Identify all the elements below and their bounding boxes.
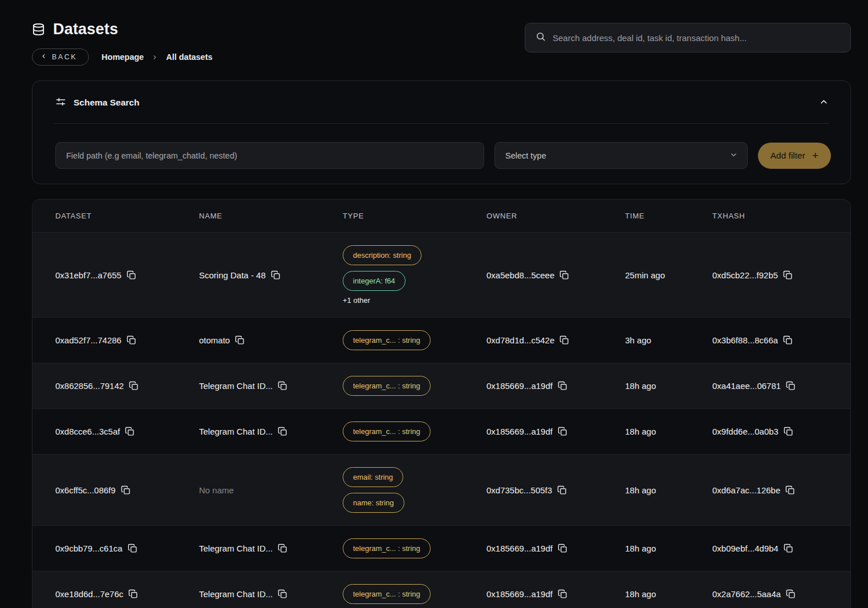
- table-row[interactable]: 0xd8cce6...3c5af Telegram Chat ID... tel…: [33, 408, 850, 454]
- copy-icon: [784, 544, 793, 553]
- table-row[interactable]: 0x862856...79142 Telegram Chat ID... tel…: [33, 363, 850, 408]
- txhash-copy-button[interactable]: [786, 381, 796, 391]
- datasets-table: DATASET NAME TYPE OWNER TIME TXHASH 0x31…: [32, 199, 851, 608]
- name-copy-button[interactable]: [271, 270, 281, 280]
- table-row[interactable]: 0x6cff5c...086f9 No name email: stringna…: [33, 454, 850, 525]
- owner-copy-button[interactable]: [558, 427, 567, 436]
- copy-icon: [278, 381, 287, 391]
- dataset-address: 0x6cff5c...086f9: [55, 485, 116, 495]
- add-filter-button[interactable]: Add filter +: [758, 143, 831, 169]
- type-badge: email: string: [343, 467, 403, 487]
- txhash-value: 0x9fdd6e...0a0b3: [712, 427, 778, 436]
- search-icon: [536, 31, 546, 44]
- dataset-address: 0xd8cce6...3c5af: [55, 427, 120, 436]
- owner-copy-button[interactable]: [557, 485, 567, 495]
- column-header-owner: OWNER: [486, 200, 625, 232]
- copy-icon: [129, 381, 139, 391]
- dataset-address: 0x9cbb79...c61ca: [55, 544, 123, 553]
- table-row[interactable]: 0xad52f7...74286 otomato telegram_c... :…: [33, 317, 850, 363]
- page-header: Datasets BACK Homepage All datasets: [32, 0, 851, 66]
- type-select[interactable]: Select type: [494, 142, 748, 169]
- copy-icon: [125, 427, 135, 436]
- txhash-copy-button[interactable]: [783, 335, 793, 345]
- type-select-value: Select type: [505, 151, 546, 160]
- dataset-copy-button[interactable]: [125, 427, 135, 436]
- type-badge: integerA: f64: [343, 271, 405, 291]
- owner-copy-button[interactable]: [558, 544, 567, 553]
- type-badge: name: string: [343, 493, 404, 513]
- txhash-value: 0x3b6f88...8c66a: [712, 335, 778, 345]
- page-title: Datasets: [53, 21, 118, 38]
- owner-copy-button[interactable]: [559, 270, 569, 280]
- back-label: BACK: [52, 53, 77, 61]
- dataset-copy-button[interactable]: [127, 335, 136, 345]
- back-button[interactable]: BACK: [32, 48, 89, 66]
- plus-icon: +: [812, 150, 818, 161]
- column-header-name: NAME: [199, 200, 343, 232]
- breadcrumb-item-all-datasets[interactable]: All datasets: [166, 52, 212, 62]
- txhash-copy-button[interactable]: [784, 544, 793, 553]
- owner-copy-button[interactable]: [558, 589, 567, 599]
- copy-icon: [271, 270, 281, 280]
- breadcrumb-chevron-icon: [152, 54, 158, 60]
- dataset-copy-button[interactable]: [128, 544, 137, 553]
- time-value: 18h ago: [625, 544, 656, 553]
- name-copy-button[interactable]: [278, 381, 287, 391]
- dataset-copy-button[interactable]: [127, 270, 136, 280]
- copy-icon: [278, 544, 287, 553]
- owner-address: 0xd78d1d...c542e: [486, 335, 554, 345]
- txhash-copy-button[interactable]: [785, 485, 795, 495]
- table-row[interactable]: 0x31ebf7...a7655 Scoring Data - 48 descr…: [33, 232, 850, 317]
- dataset-address: 0x31ebf7...a7655: [55, 270, 121, 280]
- copy-icon: [558, 427, 567, 436]
- dataset-name: No name: [199, 485, 234, 495]
- name-copy-button[interactable]: [278, 589, 287, 599]
- search-input[interactable]: [553, 33, 840, 43]
- copy-icon: [785, 485, 795, 495]
- copy-icon: [128, 544, 137, 553]
- table-row[interactable]: 0x9cbb79...c61ca Telegram Chat ID... tel…: [33, 525, 850, 571]
- schema-search-title: Schema Search: [74, 98, 139, 108]
- column-header-type: TYPE: [343, 200, 486, 232]
- name-copy-button[interactable]: [278, 544, 287, 553]
- global-search[interactable]: [525, 23, 851, 52]
- txhash-value: 0xa41aee...06781: [712, 381, 781, 391]
- copy-icon: [128, 589, 138, 599]
- owner-address: 0xd735bc...505f3: [486, 485, 552, 495]
- time-value: 18h ago: [625, 589, 656, 599]
- breadcrumb-item-homepage[interactable]: Homepage: [102, 52, 144, 62]
- type-badges: telegram_c... : string: [343, 330, 431, 350]
- type-badges: telegram_c... : string: [343, 421, 431, 441]
- page: Datasets BACK Homepage All datasets: [0, 0, 868, 608]
- chevron-up-icon: [819, 97, 829, 108]
- field-path-input[interactable]: [55, 142, 484, 169]
- dataset-name: Scoring Data - 48: [199, 270, 266, 280]
- copy-icon: [558, 544, 567, 553]
- owner-copy-button[interactable]: [558, 381, 567, 391]
- owner-copy-button[interactable]: [559, 335, 569, 345]
- dataset-copy-button[interactable]: [121, 485, 131, 495]
- table-header-row: DATASET NAME TYPE OWNER TIME TXHASH: [33, 200, 850, 232]
- owner-address: 0x185669...a19df: [486, 381, 553, 391]
- dataset-copy-button[interactable]: [129, 381, 139, 391]
- txhash-value: 0xd6a7ac...126be: [712, 485, 780, 495]
- type-badges: email: stringname: string: [343, 467, 404, 513]
- txhash-copy-button[interactable]: [784, 427, 793, 436]
- back-chevron-icon: [40, 53, 47, 61]
- add-filter-label: Add filter: [770, 151, 805, 161]
- copy-icon: [786, 381, 796, 391]
- dataset-address: 0x862856...79142: [55, 381, 124, 391]
- dataset-copy-button[interactable]: [128, 589, 138, 599]
- sliders-icon: [55, 96, 66, 110]
- collapse-panel-button[interactable]: [817, 95, 831, 111]
- name-copy-button[interactable]: [235, 335, 245, 345]
- table-row[interactable]: 0xe18d6d...7e76c Telegram Chat ID... tel…: [33, 571, 850, 608]
- type-badges: telegram_c... : string: [343, 538, 431, 558]
- txhash-copy-button[interactable]: [786, 589, 796, 599]
- txhash-value: 0x2a7662...5aa4a: [712, 589, 781, 599]
- database-icon: [32, 23, 45, 36]
- name-copy-button[interactable]: [278, 427, 287, 436]
- copy-icon: [121, 485, 131, 495]
- type-badge: telegram_c... : string: [343, 538, 431, 558]
- txhash-copy-button[interactable]: [783, 270, 793, 280]
